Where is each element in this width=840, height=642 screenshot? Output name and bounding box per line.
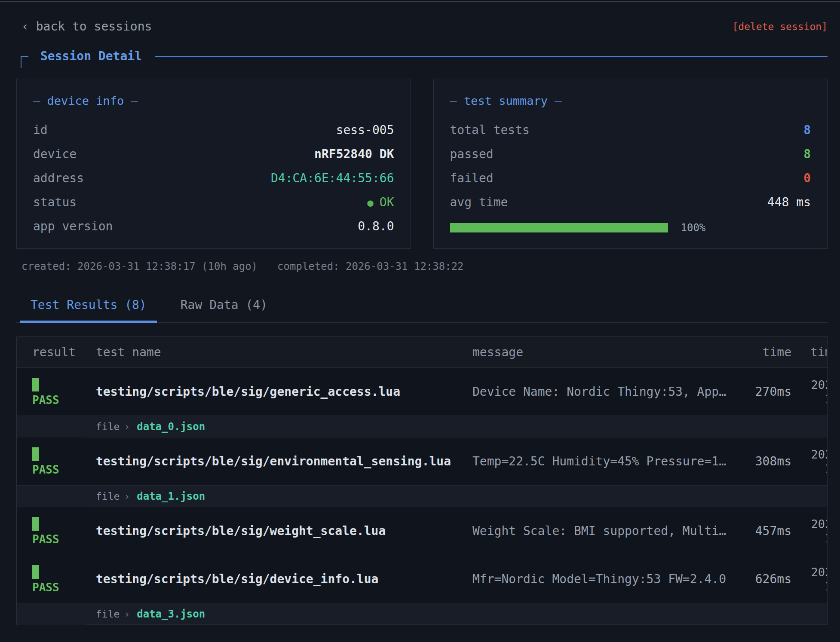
topbar: ‹ back to sessions [delete session] bbox=[16, 19, 828, 34]
table-row[interactable]: PASS testing/scripts/ble/sig/generic_acc… bbox=[17, 368, 828, 416]
section-header: Session Detail bbox=[16, 49, 828, 63]
test-timestamp: 2026-03-31 12:38:18 bbox=[798, 447, 828, 476]
device-status-value: ●OK bbox=[367, 195, 394, 209]
status-ok-dot-icon: ● bbox=[367, 197, 373, 209]
file-sub-row-spacer bbox=[17, 416, 86, 437]
result-badge: PASS bbox=[17, 447, 86, 476]
file-sub-row-content: file › data_3.json bbox=[86, 603, 828, 625]
test-results-table-inner: result test name message time timestamp … bbox=[17, 337, 828, 625]
chevron-right-icon: › bbox=[124, 421, 130, 432]
device-address-value: D4:CA:6E:44:55:66 bbox=[271, 171, 394, 185]
device-id-row: id sess-005 bbox=[33, 118, 394, 142]
app-version-row: app version 0.8.0 bbox=[33, 214, 394, 238]
table-row[interactable]: PASS testing/scripts/ble/sig/weight_scal… bbox=[17, 507, 828, 555]
passed-value: 8 bbox=[803, 147, 811, 161]
test-summary-panel: — test summary — total tests 8 passed 8 … bbox=[433, 79, 828, 249]
avg-time-label: avg time bbox=[450, 195, 508, 209]
test-name: testing/scripts/ble/sig/environmental_se… bbox=[86, 454, 463, 468]
test-message: Weight Scale: BMI supported, Multi… bbox=[463, 524, 738, 538]
corner-decoration bbox=[21, 56, 28, 68]
app-version-value: 0.8.0 bbox=[358, 219, 394, 233]
failed-value: 0 bbox=[803, 171, 811, 185]
pass-indicator-block bbox=[32, 378, 39, 391]
progress-bar-fill bbox=[450, 223, 668, 232]
test-results-table: result test name message time timestamp … bbox=[16, 336, 828, 625]
test-name: testing/scripts/ble/sig/generic_access.l… bbox=[86, 385, 463, 399]
chevron-right-icon: › bbox=[124, 491, 130, 502]
device-status-label: status bbox=[33, 195, 77, 209]
file-label: file bbox=[96, 421, 120, 432]
avg-time-row: avg time 448 ms bbox=[450, 190, 811, 214]
file-label: file bbox=[96, 608, 120, 620]
passed-row: passed 8 bbox=[450, 142, 811, 166]
session-detail-page: ‹ back to sessions [delete session] Sess… bbox=[0, 19, 840, 625]
timestamp-date: 2026-03-31 bbox=[798, 517, 828, 531]
file-link[interactable]: data_1.json bbox=[137, 490, 205, 502]
test-summary-legend: — test summary — bbox=[450, 94, 811, 108]
title-rule bbox=[155, 56, 828, 57]
device-id-label: id bbox=[33, 123, 48, 137]
pass-label: PASS bbox=[32, 464, 86, 476]
table-header-row: result test name message time timestamp bbox=[17, 337, 828, 368]
test-name: testing/scripts/ble/sig/device_info.lua bbox=[86, 572, 463, 586]
chevron-right-icon: › bbox=[124, 608, 130, 620]
test-timestamp: 2026-03-31 12:38:21 bbox=[798, 565, 828, 593]
test-timestamp: 2026-03-31 12:38:20 bbox=[798, 517, 828, 545]
file-sub-row-content: file › data_1.json bbox=[86, 486, 828, 507]
device-address-label: address bbox=[33, 171, 84, 185]
col-header-result: result bbox=[17, 345, 86, 359]
back-to-sessions-link[interactable]: ‹ back to sessions bbox=[21, 19, 152, 34]
table-row[interactable]: PASS testing/scripts/ble/sig/device_info… bbox=[17, 555, 828, 603]
delete-session-button[interactable]: [delete session] bbox=[732, 21, 828, 32]
passed-label: passed bbox=[450, 147, 494, 161]
file-sub-row-spacer bbox=[17, 486, 86, 507]
status-ok-text: OK bbox=[380, 195, 394, 209]
file-label: file bbox=[96, 491, 120, 502]
file-sub-row: file › data_0.json bbox=[17, 416, 828, 437]
timestamp-date: 2026-03-31 bbox=[798, 378, 828, 392]
progress-percent-label: 100% bbox=[681, 222, 706, 234]
failed-label: failed bbox=[450, 171, 494, 185]
test-time: 457ms bbox=[738, 524, 798, 538]
total-tests-label: total tests bbox=[450, 123, 530, 137]
pass-label: PASS bbox=[32, 581, 86, 593]
pass-indicator-block bbox=[32, 517, 39, 531]
total-tests-row: total tests 8 bbox=[450, 118, 811, 142]
pass-label: PASS bbox=[32, 394, 86, 406]
test-message: Device Name: Nordic Thingy:53, App… bbox=[463, 385, 738, 399]
test-name: testing/scripts/ble/sig/weight_scale.lua bbox=[86, 524, 463, 538]
completed-timestamp: completed: 2026-03-31 12:38:22 bbox=[277, 260, 463, 273]
col-header-test-name: test name bbox=[86, 345, 463, 359]
device-name-value: nRF52840 DK bbox=[314, 147, 394, 161]
device-status-row: status ●OK bbox=[33, 190, 394, 214]
device-name-label: device bbox=[33, 147, 77, 161]
file-link[interactable]: data_0.json bbox=[137, 421, 205, 433]
pass-indicator-block bbox=[32, 447, 39, 461]
col-header-message: message bbox=[463, 345, 738, 359]
device-id-value: sess-005 bbox=[336, 123, 394, 137]
tab-test-results[interactable]: Test Results (8) bbox=[20, 293, 157, 323]
result-badge: PASS bbox=[17, 378, 86, 406]
pass-rate-progress-row: 100% bbox=[450, 222, 811, 234]
table-row[interactable]: PASS testing/scripts/ble/sig/environment… bbox=[17, 437, 828, 486]
device-name-row: device nRF52840 DK bbox=[33, 142, 394, 166]
test-timestamp: 2026-03-31 12:38:17 bbox=[798, 378, 828, 406]
window-top-edge bbox=[0, 0, 840, 2]
timestamp-time: 12:38:21 bbox=[798, 579, 828, 593]
session-timestamps: created: 2026-03-31 12:38:17 (10h ago) c… bbox=[16, 260, 828, 273]
file-sub-row: file › data_1.json bbox=[17, 486, 828, 507]
device-address-row: address D4:CA:6E:44:55:66 bbox=[33, 166, 394, 190]
progress-bar-track bbox=[450, 223, 668, 232]
result-badge: PASS bbox=[17, 517, 86, 545]
file-link[interactable]: data_3.json bbox=[137, 608, 205, 620]
tab-bar: Test Results (8) Raw Data (4) bbox=[16, 293, 828, 323]
device-info-panel: — device info — id sess-005 device nRF52… bbox=[16, 79, 411, 249]
tab-raw-data[interactable]: Raw Data (4) bbox=[181, 293, 267, 323]
test-message: Temp=22.5C Humidity=45% Pressure=1… bbox=[463, 454, 738, 468]
device-info-legend: — device info — bbox=[33, 94, 394, 108]
page-title: Session Detail bbox=[40, 49, 142, 63]
col-header-timestamp: timestamp bbox=[798, 345, 828, 359]
total-tests-value: 8 bbox=[803, 123, 811, 137]
file-sub-row-content: file › data_0.json bbox=[86, 416, 828, 437]
file-sub-row-spacer bbox=[17, 603, 86, 625]
